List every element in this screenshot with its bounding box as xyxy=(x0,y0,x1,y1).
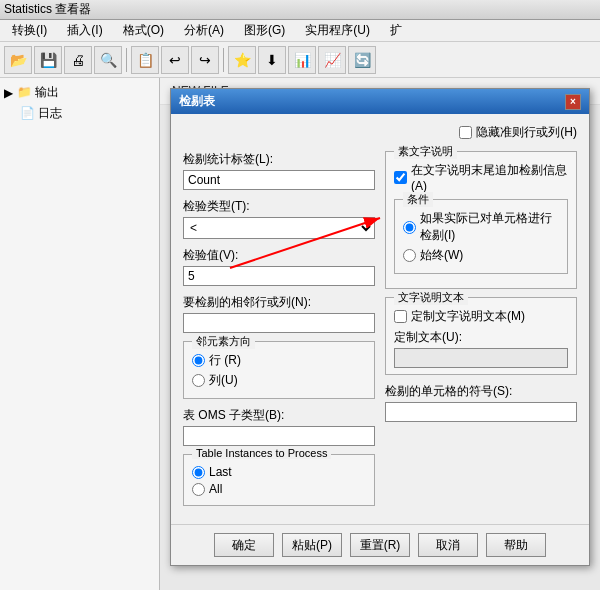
menu-insert[interactable]: 插入(I) xyxy=(63,20,106,41)
toolbar-redo-btn[interactable]: ↪ xyxy=(191,46,219,74)
toolbar-open-btn[interactable]: 📂 xyxy=(4,46,32,74)
table-instances-title: Table Instances to Process xyxy=(192,447,331,459)
menu-ext[interactable]: 扩 xyxy=(386,20,406,41)
val-input[interactable] xyxy=(183,266,375,286)
custom-text-input-label: 定制文本(U): xyxy=(394,329,568,346)
direction-group: 邻元素方向 行 (R) 列(U) xyxy=(183,341,375,399)
instances-all-label: All xyxy=(209,482,222,496)
tree-log-label: 📄 日志 xyxy=(20,105,62,122)
toolbar-paste-btn[interactable]: 📋 xyxy=(131,46,159,74)
type-label: 检验类型(T): xyxy=(183,198,375,215)
output-icon: ▶ xyxy=(4,86,13,100)
append-info-checkbox[interactable] xyxy=(394,171,407,184)
condition-content: 如果实际已对单元格进行检剔(I) 始终(W) xyxy=(403,210,559,264)
oms-input[interactable] xyxy=(183,426,375,446)
menu-bar: 转换(I) 插入(I) 格式(O) 分析(A) 图形(G) 实用程序(U) 扩 xyxy=(0,20,600,42)
tree-output-label: 📁 输出 xyxy=(17,84,59,101)
neighbor-label: 要检剔的相邻行或列(N): xyxy=(183,294,375,311)
append-info-label: 在文字说明末尾追加检剔信息(A) xyxy=(411,162,568,193)
val-field-group: 检验值(V): xyxy=(183,247,375,286)
instances-all-input[interactable] xyxy=(192,483,205,496)
instances-last-label: Last xyxy=(209,465,232,479)
flag-field-group: 检剔的单元格的符号(S): xyxy=(385,383,577,422)
toolbar-sep1 xyxy=(126,48,127,72)
dialog-body: 隐藏准则行或列(H) 检剔统计标签(L): xyxy=(171,114,589,524)
text-content-body: 定制文字说明文本(M) 定制文本(U): xyxy=(394,308,568,368)
instances-last-radio: Last xyxy=(192,465,366,479)
toolbar-save-btn[interactable]: 💾 xyxy=(34,46,62,74)
ok-button[interactable]: 确定 xyxy=(214,533,274,557)
text-content-title: 文字说明文本 xyxy=(394,290,468,305)
title-bar: Statistics 查看器 xyxy=(0,0,600,20)
right-panel: NEW FILE. 检剔表 × 隐藏准则行或列(H) xyxy=(160,78,600,590)
direction-group-title: 邻元素方向 xyxy=(192,334,255,349)
menu-utility[interactable]: 实用程序(U) xyxy=(301,20,374,41)
neighbor-input[interactable] xyxy=(183,313,375,333)
toolbar-sep2 xyxy=(223,48,224,72)
toolbar-search-btn[interactable]: 🔍 xyxy=(94,46,122,74)
dialog-title-bar: 检剔表 × xyxy=(171,89,589,114)
menu-convert[interactable]: 转换(I) xyxy=(8,20,51,41)
oms-field-group: 表 OMS 子类型(B): xyxy=(183,407,375,446)
condition-if-input[interactable] xyxy=(403,221,416,234)
condition-always-label: 始终(W) xyxy=(420,247,463,264)
dialog-footer: 确定 粘贴(P) 重置(R) 取消 帮助 xyxy=(171,524,589,565)
direction-col-radio-input[interactable] xyxy=(192,374,205,387)
append-info-row: 在文字说明末尾追加检剔信息(A) xyxy=(394,162,568,193)
tag-input[interactable] xyxy=(183,170,375,190)
app-title: Statistics 查看器 xyxy=(4,1,91,18)
toolbar-down-btn[interactable]: ⬇ xyxy=(258,46,286,74)
dialog-close-btn[interactable]: × xyxy=(565,94,581,110)
condition-group: 条件 如果实际已对单元格进行检剔(I) xyxy=(394,199,568,274)
condition-always-input[interactable] xyxy=(403,249,416,262)
hide-row-col-row: 隐藏准则行或列(H) xyxy=(459,124,577,141)
tag-label: 检剔统计标签(L): xyxy=(183,151,375,168)
custom-text-input xyxy=(394,348,568,368)
direction-row-label: 行 (R) xyxy=(209,352,241,369)
dialog-left-col: 检剔统计标签(L): 检验类型(T): < <= > >= xyxy=(183,151,375,514)
paste-button[interactable]: 粘贴(P) xyxy=(282,533,342,557)
toolbar-print-btn[interactable]: 🖨 xyxy=(64,46,92,74)
hide-row-col-checkbox[interactable] xyxy=(459,126,472,139)
direction-row-radio-input[interactable] xyxy=(192,354,205,367)
tree-item-output[interactable]: ▶ 📁 输出 xyxy=(4,82,155,103)
dialog-right-col: 素文字说明 在文字说明末尾追加检剔信息(A) 条件 xyxy=(385,151,577,514)
reset-button[interactable]: 重置(R) xyxy=(350,533,410,557)
condition-if-label: 如果实际已对单元格进行检剔(I) xyxy=(420,210,559,244)
flag-label: 检剔的单元格的符号(S): xyxy=(385,383,577,400)
instances-all-radio: All xyxy=(192,482,366,496)
instances-last-input[interactable] xyxy=(192,466,205,479)
table-instances-content: Last All xyxy=(192,465,366,496)
text-desc-content: 在文字说明末尾追加检剔信息(A) 条件 如果实际已对单元格 xyxy=(394,162,568,274)
toolbar-refresh-btn[interactable]: 🔄 xyxy=(348,46,376,74)
type-select[interactable]: < <= > >= = != xyxy=(183,217,375,239)
direction-col-label: 列(U) xyxy=(209,372,238,389)
direction-group-content: 行 (R) 列(U) xyxy=(192,352,366,389)
custom-text-checkbox[interactable] xyxy=(394,310,407,323)
tree-item-log[interactable]: 📄 日志 xyxy=(4,103,155,124)
help-button[interactable]: 帮助 xyxy=(486,533,546,557)
menu-graph[interactable]: 图形(G) xyxy=(240,20,289,41)
toolbar-graph-btn[interactable]: 📈 xyxy=(318,46,346,74)
tag-field-group: 检剔统计标签(L): xyxy=(183,151,375,190)
condition-if-radio: 如果实际已对单元格进行检剔(I) xyxy=(403,210,559,244)
oms-label: 表 OMS 子类型(B): xyxy=(183,407,375,424)
left-panel: ▶ 📁 输出 📄 日志 xyxy=(0,78,160,590)
main-area: ▶ 📁 输出 📄 日志 NEW FILE. 检剔表 × xyxy=(0,78,600,590)
direction-row-radio: 行 (R) xyxy=(192,352,366,369)
dialog-columns: 检剔统计标签(L): 检验类型(T): < <= > >= xyxy=(183,151,577,514)
direction-col-radio: 列(U) xyxy=(192,372,366,389)
cancel-button[interactable]: 取消 xyxy=(418,533,478,557)
type-field-group: 检验类型(T): < <= > >= = != xyxy=(183,198,375,239)
toolbar-star-btn[interactable]: ⭐ xyxy=(228,46,256,74)
table-instances-group: Table Instances to Process Last All xyxy=(183,454,375,506)
menu-analyze[interactable]: 分析(A) xyxy=(180,20,228,41)
toolbar-undo-btn[interactable]: ↩ xyxy=(161,46,189,74)
condition-always-radio: 始终(W) xyxy=(403,247,559,264)
toolbar: 📂 💾 🖨 🔍 📋 ↩ ↪ ⭐ ⬇ 📊 📈 🔄 xyxy=(0,42,600,78)
neighbor-field-group: 要检剔的相邻行或列(N): xyxy=(183,294,375,333)
hide-row-col-label: 隐藏准则行或列(H) xyxy=(476,124,577,141)
toolbar-chart-btn[interactable]: 📊 xyxy=(288,46,316,74)
menu-format[interactable]: 格式(O) xyxy=(119,20,168,41)
flag-input[interactable] xyxy=(385,402,577,422)
